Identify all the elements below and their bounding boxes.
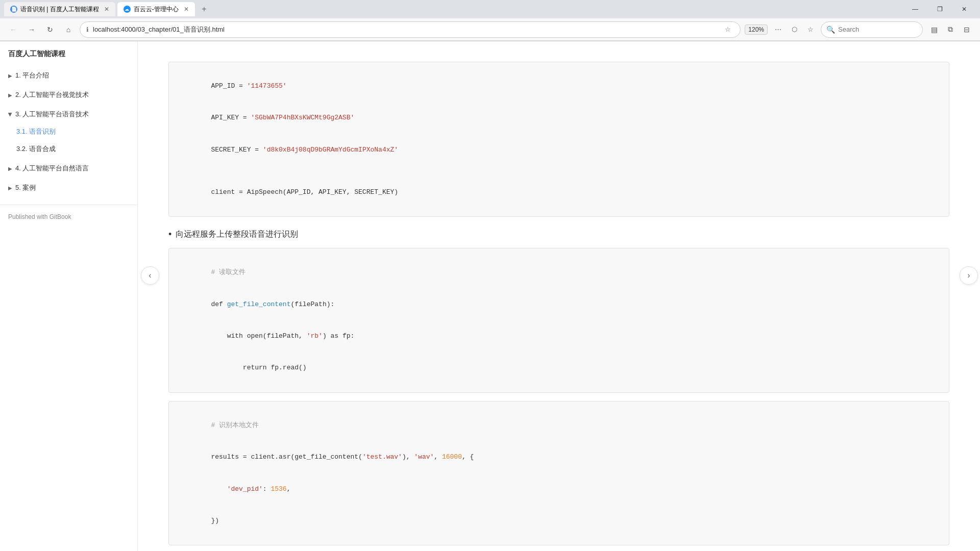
code-block-file-content: # 读取文件 def get_file_content(filePath): w… [168, 248, 949, 393]
search-icon: 🔍 [826, 26, 835, 34]
tab-close-baiyun[interactable]: ✕ [184, 6, 189, 13]
home-button[interactable]: ⌂ [61, 22, 76, 37]
sidebar-footer: Published with GitBook [0, 205, 137, 229]
back-button[interactable]: ← [6, 22, 20, 37]
sidebar-section-1: ▶ 1. 平台介绍 [0, 67, 137, 84]
split-button[interactable]: ⊟ [960, 22, 974, 37]
code-block-credentials: APP_ID = '11473655' API_KEY = 'SGbWA7P4h… [168, 62, 949, 217]
sidebar-section-label-5: 5. 案例 [15, 183, 36, 192]
address-bar[interactable]: ℹ ☆ [80, 21, 741, 38]
minimize-button[interactable]: — [903, 0, 927, 18]
chevron-icon-1: ▶ [8, 73, 12, 79]
tab-baiyun[interactable]: ☁ 百云云-管理中心 ✕ [117, 2, 195, 16]
code-line-return: return fp.read() [179, 353, 939, 384]
window-controls: — ❐ ✕ [903, 0, 976, 18]
collections-button[interactable]: ▤ [927, 22, 941, 37]
code-line-def: def get_file_content(filePath): [179, 289, 939, 320]
sidebar-section-label-2: 2. 人工智能平台视觉技术 [15, 90, 89, 99]
chevron-icon-3: ▶ [8, 112, 13, 116]
nav-arrow-left[interactable]: ‹ [141, 266, 159, 285]
sidebar-section-label-3: 3. 人工智能平台语音技术 [15, 110, 89, 119]
code-line-comment2: # 识别本地文件 [179, 410, 939, 441]
code-line-secretkey: SECRET_KEY = 'd8k0xB4j08qD9bGRAmYdGcmIPX… [179, 134, 939, 166]
chevron-icon-4: ▶ [8, 166, 12, 171]
section-bullet-1: 向远程服务上传整段语音进行识别 [168, 229, 949, 240]
tab-close-yuyin[interactable]: ✕ [104, 6, 109, 13]
bookmark-icon[interactable]: ☆ [722, 23, 734, 36]
extensions-button[interactable]: ⧉ [943, 22, 958, 37]
tab-label-yuyin: 语音识别 | 百度人工智能课程 [20, 5, 99, 14]
tab-icon-baiyun: ☁ [124, 6, 131, 13]
chevron-icon-5: ▶ [8, 185, 12, 191]
code-line-appid: APP_ID = '11473655' [179, 70, 939, 102]
more-options-button[interactable]: ⋯ [772, 23, 784, 36]
tab-label-baiyun: 百云云-管理中心 [134, 5, 179, 14]
code-line-blank1 [179, 166, 939, 177]
code-block-asr: # 识别本地文件 results = client.asr(get_file_c… [168, 401, 949, 546]
star-button[interactable]: ☆ [804, 23, 817, 36]
code-line-results: results = client.asr(get_file_content('t… [179, 441, 939, 473]
sidebar: 百度人工智能课程 ▶ 1. 平台介绍 ▶ 2. 人工智能平台视觉技术 ▶ 3. … [0, 41, 138, 551]
forward-button[interactable]: → [24, 22, 39, 37]
code-line-with: with open(filePath, 'rb') as fp: [179, 320, 939, 352]
reload-button[interactable]: ↻ [43, 22, 57, 37]
main-content: APP_ID = '11473655' API_KEY = 'SGbWA7P4h… [138, 41, 980, 551]
pocket-button[interactable]: ⬡ [788, 23, 800, 36]
title-bar: 📄 语音识别 | 百度人工智能课程 ✕ ☁ 百云云-管理中心 ✕ + — ❐ ✕ [0, 0, 980, 18]
tab-icon-yuyin: 📄 [10, 6, 17, 13]
right-nav-icons: ▤ ⧉ ⊟ [927, 22, 974, 37]
sidebar-section-header-5[interactable]: ▶ 5. 案例 [0, 179, 137, 196]
zoom-level: 120% [745, 24, 768, 35]
sidebar-section-header-1[interactable]: ▶ 1. 平台介绍 [0, 67, 137, 84]
sidebar-section-5: ▶ 5. 案例 [0, 179, 137, 196]
sidebar-section-3: ▶ 3. 人工智能平台语音技术 3.1. 语音识别 3.2. 语音合成 [0, 106, 137, 158]
sidebar-item-yuyin-shibie[interactable]: 3.1. 语音识别 [8, 123, 137, 140]
sidebar-item-yuyin-hecheng[interactable]: 3.2. 语音合成 [8, 140, 137, 158]
code-line-devpid: 'dev_pid': 1536, [179, 473, 939, 505]
address-actions: ☆ [722, 23, 734, 36]
code-line-close: }) [179, 505, 939, 537]
tab-yuyin[interactable]: 📄 语音识别 | 百度人工智能课程 ✕ [4, 2, 115, 16]
chevron-icon-2: ▶ [8, 92, 12, 98]
search-input[interactable] [838, 26, 910, 33]
code-line-client: client = AipSpeech(APP_ID, API_KEY, SECR… [179, 177, 939, 208]
nav-arrow-right[interactable]: › [960, 266, 978, 285]
code-line-comment1: # 读取文件 [179, 257, 939, 288]
sidebar-section-label-1: 1. 平台介绍 [15, 71, 49, 80]
maximize-button[interactable]: ❐ [928, 0, 951, 18]
address-input[interactable] [93, 26, 718, 33]
sidebar-title: 百度人工智能课程 [0, 49, 137, 67]
sidebar-section-label-4: 4. 人工智能平台自然语言 [15, 164, 89, 173]
sidebar-section-4: ▶ 4. 人工智能平台自然语言 [0, 160, 137, 177]
sidebar-section-header-3[interactable]: ▶ 3. 人工智能平台语音技术 [0, 106, 137, 123]
sidebar-section-header-2[interactable]: ▶ 2. 人工智能平台视觉技术 [0, 86, 137, 104]
sidebar-section-2: ▶ 2. 人工智能平台视觉技术 [0, 86, 137, 104]
page-layout: 百度人工智能课程 ▶ 1. 平台介绍 ▶ 2. 人工智能平台视觉技术 ▶ 3. … [0, 41, 980, 551]
lock-icon: ℹ [86, 26, 89, 33]
search-bar[interactable]: 🔍 [821, 21, 923, 38]
sidebar-sub-items-3: 3.1. 语音识别 3.2. 语音合成 [0, 123, 137, 158]
browser-chrome: 📄 语音识别 | 百度人工智能课程 ✕ ☁ 百云云-管理中心 ✕ + — ❐ ✕… [0, 0, 980, 41]
close-button[interactable]: ✕ [952, 0, 976, 18]
code-line-apikey: API_KEY = 'SGbWA7P4hBXsKWCMt9Gg2ASB' [179, 102, 939, 134]
sidebar-section-header-4[interactable]: ▶ 4. 人工智能平台自然语言 [0, 160, 137, 177]
nav-bar: ← → ↻ ⌂ ℹ ☆ 120% ⋯ ⬡ ☆ 🔍 ▤ ⧉ ⊟ [0, 18, 980, 41]
new-tab-button[interactable]: + [197, 2, 211, 16]
